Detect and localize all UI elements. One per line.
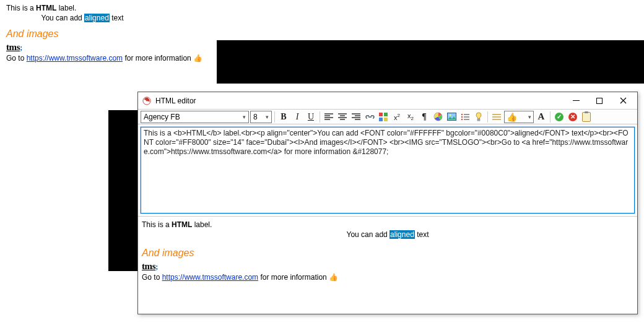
text: You can add [41,14,84,22]
paragraph-button[interactable]: ¶ [418,111,430,123]
text: text [110,14,124,22]
text: This is a [6,4,36,12]
svg-point-8 [461,113,463,114]
ok-button[interactable]: ✓ [553,111,565,123]
svg-rect-2 [384,113,388,116]
separator [320,111,320,123]
svg-point-9 [461,116,463,117]
text: for more information [123,54,193,63]
logo-text: tms [6,42,20,52]
separator [274,111,275,123]
thumbs-up-icon: 👍 [507,112,517,122]
tms-logo: tms; [6,42,22,53]
clipboard-button[interactable] [580,111,593,123]
font-button[interactable]: A [535,111,547,123]
clipboard-icon [582,112,591,122]
underline-button[interactable]: U [305,111,317,123]
bold-text: HTML [36,4,56,12]
thumbs-up-icon: 👍 [193,54,202,63]
svg-rect-11 [477,119,480,121]
hint-picture-combo[interactable]: 👍 ▾ [504,111,534,123]
toolbar: Agency FB ▾ 8 ▾ B I U x2 x2 ¶ [138,110,637,124]
link-button[interactable] [363,111,376,123]
logo-semicolon: ; [155,262,158,271]
preview-link-line: Go to https://www.tmssoftware.com for mo… [142,273,633,282]
separator [487,111,488,123]
background-block [217,40,644,84]
text: You can add [346,230,389,239]
chevron-down-icon: ▾ [243,114,246,120]
chevron-down-icon: ▾ [266,114,269,120]
color-picker-button[interactable] [432,111,444,123]
tms-link[interactable]: https://www.tmssoftware.com [27,54,123,63]
bold-button[interactable]: B [277,111,290,123]
font-size-value: 8 [253,113,258,121]
cancel-button[interactable]: ✕ [567,111,579,123]
text: Go to [6,54,27,63]
preview-line-1: This is a HTML label. [142,220,633,229]
text: label. [192,220,212,229]
html-editor-window: HTML editor Agency FB ▾ 8 ▾ B I U [137,92,638,314]
text: text [415,230,429,239]
maximize-button[interactable] [588,93,611,109]
highlighted-text: aligned [84,14,110,22]
align-center-button[interactable] [336,111,349,123]
html-source-textarea[interactable]: This is a <b>HTML</b> label.<br><p align… [141,127,635,214]
subscript-button[interactable]: x2 [404,111,417,123]
svg-rect-1 [379,113,383,116]
app-icon [142,96,152,106]
svg-rect-3 [379,118,383,121]
preview-pane: This is a HTML label. You can add aligne… [138,216,637,314]
sample-line-1: This is a HTML label. [6,4,316,12]
tms-logo: tms; [142,261,158,272]
separator [550,111,550,123]
logo-text: tms [142,261,155,271]
text: label. [56,4,76,12]
color-grid-button[interactable] [377,111,389,123]
text: This is a [142,220,172,229]
text: for more information [258,273,329,282]
bold-text: HTML [172,220,192,229]
image-button[interactable] [445,111,458,123]
tms-link[interactable]: https://www.tmssoftware.com [162,273,258,282]
window-buttons [564,93,635,109]
hint-button[interactable] [472,111,485,123]
preview-line-2: You can add aligned text [142,230,633,239]
svg-point-7 [449,114,451,116]
sample-heading: And images [6,28,316,40]
highlighted-text: aligned [389,230,415,239]
list-button[interactable] [459,111,471,123]
preview-heading: And images [142,248,633,259]
background-block [108,110,138,271]
italic-button[interactable]: I [291,111,303,123]
text: Go to [142,273,162,282]
window-title: HTML editor [155,97,564,105]
align-left-button[interactable] [323,111,335,123]
minimize-button[interactable] [564,93,588,109]
titlebar[interactable]: HTML editor [138,92,637,110]
font-family-value: Agency FB [144,113,180,121]
superscript-button[interactable]: x2 [391,111,403,123]
close-button[interactable] [611,93,635,109]
font-size-combo[interactable]: 8 ▾ [250,111,272,123]
logo-semicolon: ; [20,43,22,52]
thumbs-up-icon: 👍 [329,273,338,282]
font-family-combo[interactable]: Agency FB ▾ [141,111,249,123]
svg-point-10 [461,118,463,119]
svg-rect-4 [384,118,388,121]
chevron-down-icon: ▾ [528,114,531,120]
menu-lines-button[interactable] [490,111,503,123]
sample-line-2: You can add aligned text [6,14,159,22]
align-right-button[interactable] [350,111,362,123]
